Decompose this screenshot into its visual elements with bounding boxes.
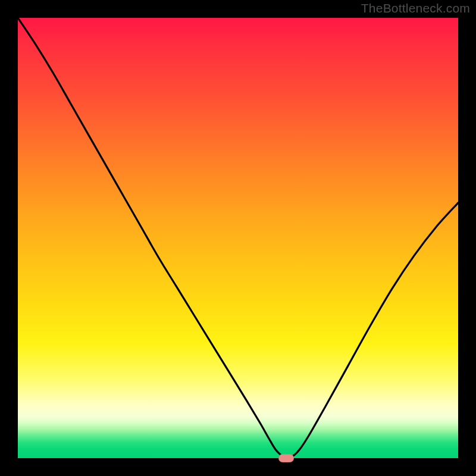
min-point-marker [278, 454, 294, 462]
plot-area [18, 18, 458, 458]
curve-path [18, 18, 458, 458]
chart-stage: TheBottleneck.com [0, 0, 476, 476]
bottleneck-curve [18, 18, 458, 458]
watermark-text: TheBottleneck.com [361, 1, 470, 15]
